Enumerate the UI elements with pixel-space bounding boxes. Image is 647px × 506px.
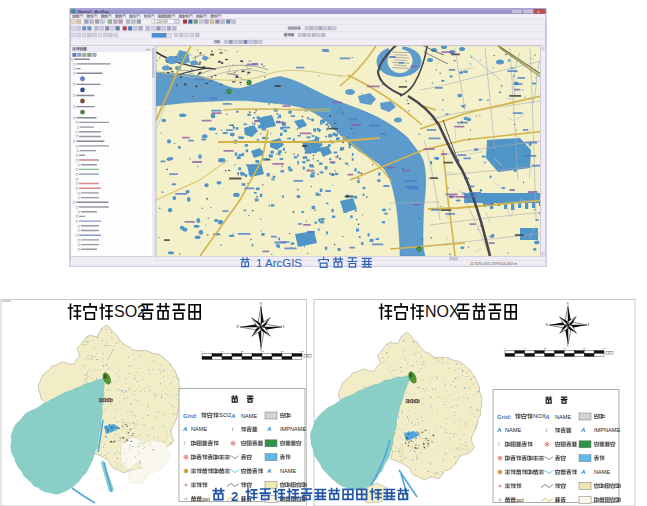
svg-text:SO2: SO2 (219, 412, 232, 418)
svg-text:Grid:: Grid: (183, 413, 197, 419)
svg-text:x: x (538, 9, 540, 14)
svg-text:1 ArcGIS: 1 ArcGIS (256, 257, 302, 269)
svg-text:NAME: NAME (191, 426, 207, 432)
svg-text:2: 2 (231, 489, 238, 504)
svg-text:N: N (260, 302, 262, 306)
svg-text:A: A (266, 426, 271, 432)
svg-text:(F): (F) (122, 14, 126, 18)
svg-text:N: N (567, 302, 569, 306)
svg-text:IMPNAME: IMPNAME (594, 427, 620, 433)
svg-text:poi: poi (516, 497, 523, 503)
svg-text:A: A (496, 427, 501, 433)
svg-text:(F): (F) (171, 14, 175, 18)
svg-text:Normal - ArcMap: Normal - ArcMap (78, 9, 110, 14)
svg-text:(F): (F) (150, 14, 154, 18)
svg-text:NAME: NAME (505, 427, 521, 433)
svg-text:A: A (230, 413, 235, 419)
svg-text:A: A (544, 414, 549, 420)
svg-text:(F): (F) (93, 14, 97, 18)
svg-text:(F): (F) (203, 14, 207, 18)
svg-text:(F): (F) (217, 14, 221, 18)
svg-text:Grid:: Grid: (497, 414, 511, 420)
svg-text:E: E (588, 323, 590, 327)
svg-text:A: A (266, 468, 271, 474)
svg-text:poi: poi (202, 496, 209, 502)
svg-text:»×: »× (146, 47, 151, 52)
svg-text:A: A (580, 427, 585, 433)
svg-text:(F): (F) (79, 14, 83, 18)
svg-text:A: A (182, 426, 187, 432)
svg-text:E: E (283, 325, 285, 329)
svg-text:NAME: NAME (241, 413, 257, 419)
svg-text:117470.000 2597024.000 m: 117470.000 2597024.000 m (470, 262, 517, 266)
svg-text:S: S (567, 344, 569, 348)
svg-text:NAME: NAME (280, 468, 296, 474)
svg-text:SO2: SO2 (114, 303, 146, 320)
svg-text:(F): (F) (136, 14, 140, 18)
svg-text:1:124,909: 1:124,909 (154, 20, 168, 24)
svg-text:NAME: NAME (555, 414, 571, 420)
svg-text:(F): (F) (108, 14, 112, 18)
svg-text:IMPNAME: IMPNAME (280, 426, 306, 432)
svg-text:NOX: NOX (425, 303, 460, 320)
svg-text:NAME: NAME (594, 469, 610, 475)
svg-text:A: A (580, 469, 585, 475)
svg-text:(F): (F) (189, 14, 193, 18)
